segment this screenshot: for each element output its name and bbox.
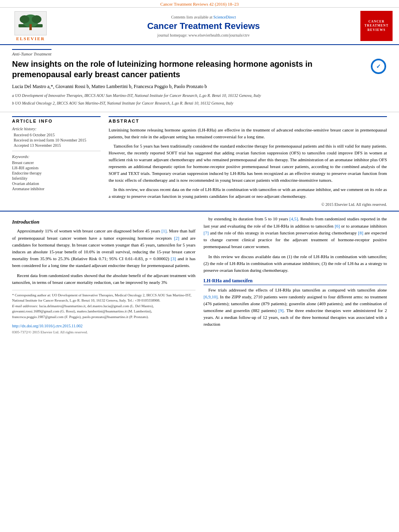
introduction-heading: Introduction: [12, 219, 195, 225]
svg-point-3: [32, 15, 41, 23]
journal-info-bar: Cancer Treatment Reviews 42 (2016) 18–23: [0, 0, 399, 8]
elsevier-brand-text: ELSEVIER: [16, 36, 45, 41]
article-info-col: ARTICLE INFO Article history: Received 6…: [12, 116, 101, 207]
copyright-line: © 2015 Elsevier Ltd. All rights reserved…: [109, 202, 387, 207]
journal-logo-box: CANCERTREATMENTREVIEWS: [360, 11, 393, 41]
article-title: New insights on the role of luteinizing …: [12, 59, 367, 80]
keyword-3: Endocrine therapy: [12, 171, 101, 175]
elsevier-logo: ELSEVIER: [6, 11, 55, 41]
sciencedirect-link[interactable]: ScienceDirect: [213, 15, 236, 19]
article-info-title: ARTICLE INFO: [12, 116, 101, 123]
intro-body-text: Approximately 11% of women with breast c…: [12, 228, 195, 286]
logo-text: CANCERTREATMENTREVIEWS: [364, 20, 389, 32]
journal-title: Cancer Treatment Reviews: [55, 21, 352, 31]
footnote-corresponding: * Corresponding author at: UO Developmen…: [12, 293, 195, 304]
journal-header: ELSEVIER Contents lists available at Sci…: [0, 8, 399, 45]
affiliation-a: a UO Development of Innovative Therapies…: [12, 92, 387, 99]
sciencedirect-line: Contents lists available at ScienceDirec…: [55, 15, 352, 19]
history-received: Received 6 October 2015: [12, 133, 101, 137]
doi-link[interactable]: http://dx.doi.org/10.1016/j.ctrv.2015.11…: [12, 323, 195, 329]
right-p2: In this review we discuss available data…: [204, 253, 387, 274]
lh-rha-body-text: Few trials addressed the effects of LH-R…: [204, 287, 387, 328]
journal-citation: Cancer Treatment Reviews 42 (2016) 18–23: [160, 2, 239, 6]
abstract-p2: Tamoxifen for 5 years has been tradition…: [109, 143, 387, 184]
issn-line: 0305-7372/© 2015 Elsevier Ltd. All right…: [12, 330, 195, 335]
body-left-col: Introduction Approximately 11% of women …: [12, 216, 195, 335]
keyword-6: Aromatase inhibitor: [12, 187, 101, 191]
body-right-col: by extending its duration from 5 to 10 y…: [204, 216, 387, 335]
intro-p2: Recent data from randomized studies show…: [12, 272, 195, 286]
svg-point-2: [20, 15, 29, 23]
abstract-text: Luteinising hormone releasing hormone ag…: [109, 127, 387, 200]
authors-line: Lucia Del Mastro a,*, Giovanni Rossi b, …: [12, 83, 387, 90]
keyword-4: Infertility: [12, 176, 101, 181]
abstract-title: ABSTRACT: [109, 116, 387, 123]
right-p1: by extending its duration from 5 to 10 y…: [204, 216, 387, 250]
history-label: Article history:: [12, 127, 101, 131]
history-received-revised: Received in revised form 10 November 201…: [12, 138, 101, 142]
journal-homepage: journal homepage: www.elsevierhealth.com…: [55, 33, 352, 37]
crossmark-icon[interactable]: ✓: [371, 59, 386, 74]
footnote-section: * Corresponding author at: UO Developmen…: [12, 290, 195, 335]
crossmark-area[interactable]: ✓: [371, 59, 387, 75]
keyword-1: Breast cancer: [12, 160, 101, 165]
journal-logo-area: CANCERTREATMENTREVIEWS: [352, 11, 393, 41]
article-info-abstract-area: ARTICLE INFO Article history: Received 6…: [0, 112, 399, 211]
article-header-section: Anti-Tumor Treatment New insights on the…: [0, 45, 399, 112]
elsevier-tree-icon: [14, 11, 47, 35]
keyword-5: Ovarian ablation: [12, 181, 101, 186]
svg-text:✓: ✓: [376, 63, 381, 70]
lh-rha-heading: LH-RHa and tamoxifen: [204, 278, 387, 285]
divider: [12, 151, 101, 151]
history-accepted: Accepted 13 November 2015: [12, 143, 101, 148]
affiliation-b: b UO Medical Oncology 2, IRCCS AOU San M…: [12, 100, 387, 106]
keywords-label: Keywords:: [12, 154, 101, 159]
abstract-p3: In this review, we discuss recent data o…: [109, 186, 387, 200]
intro-p1: Approximately 11% of women with breast c…: [12, 228, 195, 269]
two-col-body: Introduction Approximately 11% of women …: [12, 216, 387, 335]
section-label: Anti-Tumor Treatment: [12, 49, 51, 56]
lh-rha-p1: Few trials addressed the effects of LH-R…: [204, 287, 387, 328]
main-content: Introduction Approximately 11% of women …: [0, 211, 399, 339]
svg-rect-4: [29, 24, 32, 30]
abstract-p1: Luteinising hormone releasing hormone ag…: [109, 127, 387, 140]
keyword-2: LH-RH agonists: [12, 166, 101, 170]
right-body-text: by extending its duration from 5 to 10 y…: [204, 216, 387, 273]
footnote-emails: E-mail addresses: lucia.delmastro@hsanma…: [12, 304, 195, 320]
journal-title-area: Contents lists available at ScienceDirec…: [55, 15, 352, 37]
abstract-col: ABSTRACT Luteinising hormone releasing h…: [109, 116, 387, 207]
elsevier-logo-area: ELSEVIER: [6, 11, 55, 41]
